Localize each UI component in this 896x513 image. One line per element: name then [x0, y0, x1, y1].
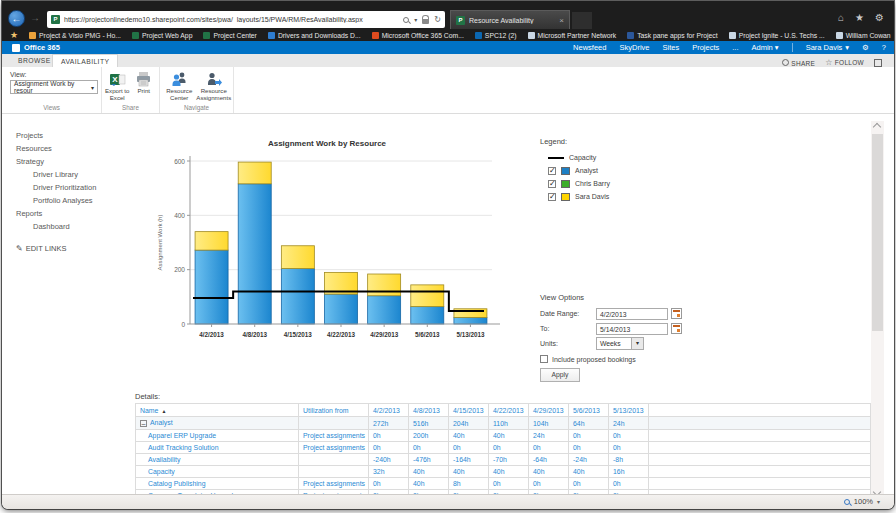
- refresh-icon[interactable]: ↻: [434, 15, 441, 24]
- column-header-4-2-2013[interactable]: 4/2/2013: [369, 404, 409, 417]
- page-icon: [729, 32, 736, 39]
- cell-value: 0h: [449, 442, 489, 454]
- home-icon[interactable]: ⌂: [838, 12, 844, 23]
- suite-gear-icon[interactable]: ⚙: [862, 43, 869, 52]
- favorite-item[interactable]: Project Center: [203, 32, 256, 39]
- favorite-item[interactable]: SPC12 (2): [475, 32, 517, 39]
- suite-link-projects[interactable]: Projects: [692, 43, 719, 52]
- tab-availability[interactable]: AVAILABILITY: [52, 54, 118, 67]
- capacity-label: Capacity: [569, 154, 596, 161]
- tab-favicon-icon: P: [456, 16, 465, 25]
- sidebar-item-driver-prioritization[interactable]: Driver Prioritization: [16, 181, 134, 194]
- browser-tab[interactable]: P Resource Availability ×: [450, 10, 570, 29]
- help-icon[interactable]: ?: [882, 43, 886, 52]
- forward-button[interactable]: →: [30, 12, 40, 23]
- focus-mode-icon[interactable]: [874, 59, 882, 67]
- edit-links-button[interactable]: ✎EDIT LINKS: [16, 244, 134, 253]
- chevron-down-icon[interactable]: ▾: [414, 16, 417, 23]
- sidebar-item-projects[interactable]: Projects: [16, 129, 134, 142]
- svg-text:X: X: [112, 75, 118, 84]
- legend-checkbox[interactable]: [548, 167, 556, 175]
- favorites-bar: ★ Project & Visio PMG - Ho...Project Web…: [10, 29, 894, 41]
- favorite-item[interactable]: Project Web App: [132, 32, 193, 39]
- sharepoint-icon: [475, 32, 482, 39]
- sidebar-item-reports[interactable]: Reports: [16, 207, 134, 220]
- table-row[interactable]: Catalog PublishingProject assignments0h4…: [136, 478, 871, 490]
- sidebar-item-strategy[interactable]: Strategy: [16, 155, 134, 168]
- legend-label: Analyst: [575, 167, 598, 174]
- share-button[interactable]: SHARE: [782, 59, 815, 67]
- ribbon-group-navigate: Resource Center Resource Assignments Nav…: [160, 67, 234, 113]
- browser-chrome: ← → P https://projectonlinedemo10.sharep…: [2, 1, 894, 41]
- sidebar-item-resources[interactable]: Resources: [16, 142, 134, 155]
- user-menu[interactable]: Sara Davis ▾: [806, 43, 849, 52]
- suite-link-[interactable]: ...: [732, 43, 738, 52]
- back-button[interactable]: ←: [8, 10, 25, 27]
- office365-brand[interactable]: Office 365: [24, 43, 60, 52]
- sidebar-item-driver-library[interactable]: Driver Library: [16, 168, 134, 181]
- apply-button[interactable]: Apply: [540, 368, 580, 382]
- lock-icon: [422, 19, 429, 24]
- column-header-4-22-2013[interactable]: 4/22/2013: [489, 404, 529, 417]
- column-header-4-29-2013[interactable]: 4/29/2013: [529, 404, 569, 417]
- include-proposed-checkbox[interactable]: [540, 355, 548, 363]
- favorite-item[interactable]: Task pane apps for Project: [627, 32, 717, 39]
- favorites-add-star-icon[interactable]: ★: [10, 31, 18, 40]
- units-select[interactable]: Weeks ▾: [596, 337, 644, 350]
- date-to-field[interactable]: 5/14/2013: [596, 323, 668, 335]
- follow-button[interactable]: ☆ FOLLOW: [825, 58, 864, 67]
- address-bar-icons: ▾ ↻: [403, 15, 441, 24]
- table-row[interactable]: Capacity32h40h40h40h40h40h16h: [136, 466, 871, 478]
- legend-checkbox[interactable]: [548, 193, 556, 201]
- sidebar-item-dashboard[interactable]: Dashboard: [16, 220, 134, 233]
- legend-checkbox[interactable]: [548, 180, 556, 188]
- favorite-item[interactable]: William Cowan: [836, 32, 891, 39]
- table-row[interactable]: –Analyst272h516h204h110h104h64h24h: [136, 417, 871, 430]
- favorite-item[interactable]: Drivers and Downloads D...: [268, 32, 361, 39]
- suite-link-admin[interactable]: Admin ▾: [752, 43, 779, 52]
- favorite-item[interactable]: Project Ignite - U.S. Techs ...: [729, 32, 825, 39]
- suite-link-sites[interactable]: Sites: [662, 43, 679, 52]
- column-header-4-8-2013[interactable]: 4/8/2013: [409, 404, 449, 417]
- cell-utilization: [299, 454, 369, 466]
- collapse-group-icon[interactable]: –: [140, 420, 147, 427]
- cell-value: 24h: [609, 417, 649, 430]
- new-tab-button[interactable]: [572, 12, 592, 29]
- vertical-scrollbar[interactable]: [871, 121, 884, 498]
- view-dropdown[interactable]: Assignment Work by resour ▾: [10, 80, 98, 94]
- pencil-icon: ✎: [16, 244, 23, 253]
- scrollbar-thumb[interactable]: [872, 134, 883, 331]
- column-header-name[interactable]: Name▲: [136, 404, 299, 417]
- office365-logo-icon[interactable]: [12, 44, 20, 52]
- cell-name: Catalog Publishing: [136, 478, 299, 490]
- column-header-5-6-2013[interactable]: 5/6/2013: [569, 404, 609, 417]
- search-icon[interactable]: [403, 17, 409, 23]
- sidebar-item-portfolio-analyses[interactable]: Portfolio Analyses: [16, 194, 134, 207]
- favorite-item[interactable]: Microsoft Partner Network: [528, 32, 617, 39]
- calendar-icon[interactable]: [671, 308, 682, 319]
- scroll-up-icon[interactable]: [873, 123, 881, 131]
- include-proposed-label: Include proposed bookings: [552, 356, 636, 363]
- group-label-share: Share: [102, 104, 159, 111]
- cell-name: Audit Tracking Solution: [136, 442, 299, 454]
- suite-link-newsfeed[interactable]: Newsfeed: [573, 43, 606, 52]
- calendar-icon[interactable]: [671, 323, 682, 334]
- zoom-control[interactable]: 100% ▾: [844, 497, 880, 506]
- favorites-star-icon[interactable]: ★: [855, 12, 864, 23]
- date-from-field[interactable]: 4/2/2013: [596, 308, 668, 320]
- settings-gear-icon[interactable]: ⚙: [875, 12, 884, 23]
- favorite-item[interactable]: Project & Visio PMG - Ho...: [29, 32, 121, 39]
- favorite-item[interactable]: Microsoft Office 365 Com...: [372, 32, 464, 39]
- suite-link-skydrive[interactable]: SkyDrive: [619, 43, 649, 52]
- table-row[interactable]: Audit Tracking SolutionProject assignmen…: [136, 442, 871, 454]
- column-header-utilization-from[interactable]: Utilization from: [299, 404, 369, 417]
- svg-text:4/29/2013: 4/29/2013: [370, 331, 399, 338]
- table-row[interactable]: Apparel ERP UpgradeProject assignments0h…: [136, 430, 871, 442]
- column-header-4-15-2013[interactable]: 4/15/2013: [449, 404, 489, 417]
- close-tab-icon[interactable]: ×: [559, 16, 564, 25]
- cell-value: 0h: [529, 442, 569, 454]
- column-header-5-13-2013[interactable]: 5/13/2013: [609, 404, 649, 417]
- address-bar[interactable]: P https://projectonlinedemo10.sharepoint…: [47, 11, 445, 28]
- svg-text:200: 200: [174, 266, 185, 273]
- table-row[interactable]: Availability-240h-476h-164h-70h-64h-24h-…: [136, 454, 871, 466]
